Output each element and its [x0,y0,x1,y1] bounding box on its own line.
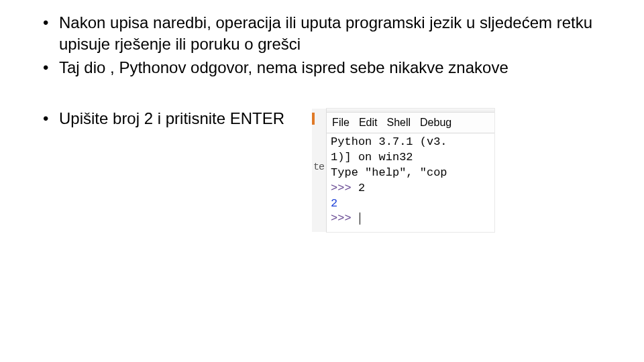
code-area[interactable]: Python 3.7.1 (v3. 1)] on win32 Type "hel… [327,133,494,233]
menu-debug[interactable]: Debug [420,115,451,130]
bullet-list-lower: Upišite broj 2 i pritisnite ENTER [40,108,284,129]
window-left-strip: te [312,109,327,232]
input-value: 2 [358,182,365,194]
output-value: 2 [331,197,337,210]
bullet-item-1: Nakon upisa naredbi, operacija ili uputa… [40,12,604,56]
banner-line-2: 1)] on win32 [331,151,413,164]
cropped-text-fragment: te [313,161,324,174]
bullet-item-2: Taj dio , Pythonov odgovor, nema ispred … [40,57,604,78]
slide-content: Nakon upisa naredbi, operacija ili uputa… [0,0,644,233]
menu-edit[interactable]: Edit [359,115,378,130]
prompt-1: >>> [331,182,352,194]
banner-line-3: Type "help", "cop [331,166,447,179]
cursor-icon [360,213,360,225]
lower-left: Upišite broj 2 i pritisnite ENTER [40,108,284,131]
bullet-list-top: Nakon upisa naredbi, operacija ili uputa… [40,12,604,78]
bullet-text: Upišite broj 2 i pritisnite ENTER [59,109,284,127]
python-shell-screenshot: te File Edit Shell Debug Python 3.7.1 (v… [326,108,495,233]
menu-bar: File Edit Shell Debug [327,113,494,133]
prompt-2: >>> [331,212,352,225]
bullet-text: Taj dio , Pythonov odgovor, nema ispred … [59,58,508,76]
bullet-text: Nakon upisa naredbi, operacija ili uputa… [59,13,592,53]
menu-shell[interactable]: Shell [386,115,411,130]
orange-edge-icon [312,113,315,125]
banner-line-1: Python 3.7.1 (v3. [331,135,447,148]
menu-file[interactable]: File [332,115,350,130]
spacer [40,80,604,108]
lower-row: Upišite broj 2 i pritisnite ENTER te Fil… [40,108,604,233]
bullet-item-3: Upišite broj 2 i pritisnite ENTER [40,108,284,129]
